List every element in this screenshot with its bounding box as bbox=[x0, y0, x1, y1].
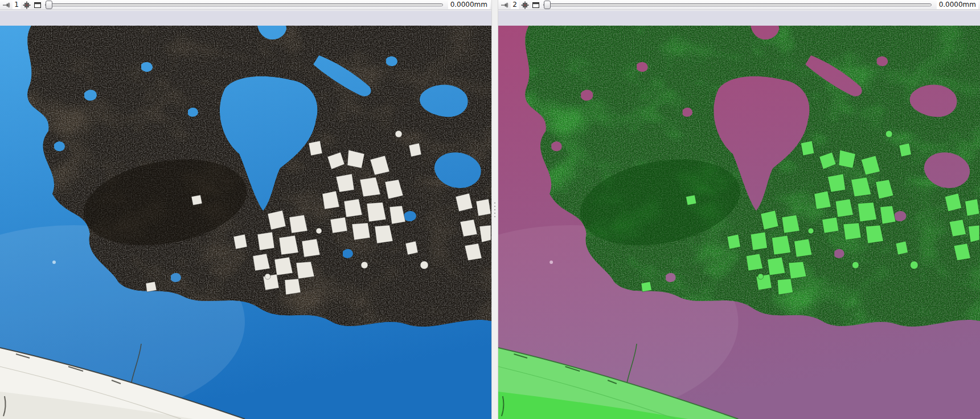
slider-handle[interactable] bbox=[46, 1, 52, 9]
pane-index-label: 1 bbox=[13, 1, 20, 9]
pane2-zoom-slider[interactable] bbox=[543, 0, 932, 10]
pane1-toolbar: 1 0.0000mm bbox=[0, 0, 491, 10]
window-icon[interactable] bbox=[33, 1, 42, 10]
dual-pane-viewer: 1 0.0000mm bbox=[0, 0, 980, 419]
micrograph-classified-image bbox=[498, 26, 980, 419]
window-icon[interactable] bbox=[531, 1, 540, 10]
slider-handle[interactable] bbox=[544, 1, 551, 9]
pane-splitter[interactable] bbox=[491, 0, 498, 419]
pane2-image-canvas[interactable] bbox=[498, 26, 980, 419]
pin-icon[interactable] bbox=[500, 1, 509, 10]
measurement-readout: 0.0000mm bbox=[937, 1, 978, 9]
slider-groove bbox=[45, 3, 443, 6]
pane1-zoom-slider[interactable] bbox=[45, 0, 443, 10]
alignment-target-icon[interactable] bbox=[520, 1, 530, 10]
pane1-image-canvas[interactable] bbox=[0, 26, 491, 419]
viewer-pane-1: 1 0.0000mm bbox=[0, 0, 491, 419]
slider-groove bbox=[543, 3, 932, 6]
micrograph-color-image bbox=[0, 26, 491, 419]
pin-icon[interactable] bbox=[2, 1, 11, 10]
pane2-toolbar: 2 0.0000mm bbox=[498, 0, 980, 10]
pane2-margin-strip bbox=[498, 10, 980, 26]
viewer-pane-2: 2 0.0000mm bbox=[498, 0, 980, 419]
measurement-readout: 0.0000mm bbox=[448, 1, 490, 9]
alignment-target-icon[interactable] bbox=[22, 1, 31, 10]
pane1-margin-strip bbox=[0, 10, 491, 26]
pane-index-label: 2 bbox=[511, 1, 519, 9]
